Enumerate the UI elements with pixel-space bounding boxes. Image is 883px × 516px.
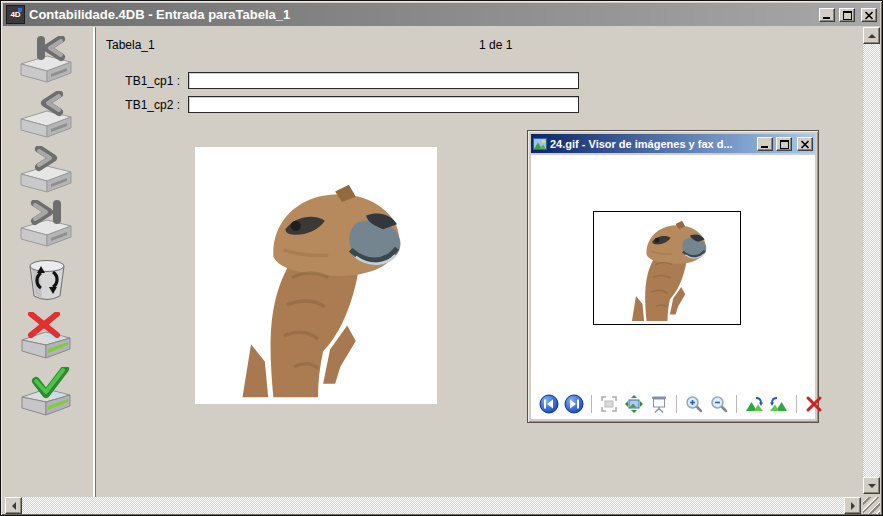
- tb1-cp2-input[interactable]: [188, 96, 579, 113]
- previous-image-icon: [539, 394, 559, 414]
- viewer-maximize-button[interactable]: [776, 137, 792, 151]
- camel-picture: [215, 174, 421, 398]
- minimize-button[interactable]: [819, 8, 835, 22]
- window-title: Contabilidade.4DB - Entrada paraTabela_1: [29, 7, 815, 22]
- previous-record-icon: [17, 91, 75, 139]
- close-button[interactable]: [861, 8, 877, 22]
- previous-image-button[interactable]: [539, 394, 559, 414]
- viewer-title: 24.gif - Visor de imágenes y fax d...: [550, 138, 754, 150]
- application-window: 4D Contabilidade.4DB - Entrada paraTabel…: [0, 0, 883, 516]
- rotate-counterclockwise-icon: [769, 394, 789, 414]
- scroll-up-button[interactable]: [863, 27, 880, 44]
- arrow-up-icon: [868, 34, 876, 38]
- cancel-icon: [18, 312, 76, 360]
- titlebar[interactable]: 4D Contabilidade.4DB - Entrada paraTabel…: [3, 3, 880, 26]
- app-4d-icon[interactable]: 4D: [6, 5, 25, 24]
- viewer-close-button[interactable]: [797, 137, 813, 151]
- last-record-button[interactable]: [17, 200, 75, 252]
- actual-size-icon: [624, 394, 644, 414]
- actual-size-button[interactable]: [624, 394, 644, 414]
- viewer-close-icon: [800, 140, 810, 149]
- close-icon: [864, 11, 874, 20]
- maximize-button[interactable]: [839, 8, 855, 22]
- viewer-maximize-icon: [780, 140, 789, 149]
- accept-record-button[interactable]: [18, 367, 76, 421]
- previous-record-button[interactable]: [17, 91, 75, 143]
- delete-icon: [804, 394, 824, 414]
- viewer-minimize-button[interactable]: [757, 137, 773, 151]
- trash-icon: [24, 256, 70, 302]
- resize-grip[interactable]: [863, 497, 880, 514]
- image-viewer-window: 24.gif - Visor de imágenes y fax d...: [527, 130, 819, 423]
- first-record-button[interactable]: [17, 36, 75, 88]
- tb1-cp2-label: TB1_cp2 :: [95, 98, 180, 112]
- delete-image-button[interactable]: [804, 394, 824, 414]
- rotate-clockwise-icon: [744, 394, 764, 414]
- cancel-record-button[interactable]: [18, 312, 76, 364]
- zoom-out-button[interactable]: [709, 394, 729, 414]
- app-icon-accent: [18, 8, 22, 12]
- scroll-right-button[interactable]: [844, 497, 861, 514]
- next-record-button[interactable]: [17, 146, 75, 198]
- viewer-content: [531, 155, 815, 419]
- viewer-titlebar[interactable]: 24.gif - Visor de imágenes y fax d...: [531, 134, 815, 153]
- start-slideshow-button[interactable]: [649, 394, 669, 414]
- tb1-cp1-label: TB1_cp1 :: [95, 74, 180, 88]
- minimize-icon: [823, 17, 830, 19]
- picture-file-icon: [533, 138, 547, 150]
- arrow-down-icon: [868, 484, 876, 488]
- next-image-button[interactable]: [564, 394, 584, 414]
- table-name-label: Tabela_1: [106, 38, 155, 52]
- horizontal-scrollbar[interactable]: [5, 497, 861, 514]
- best-fit-icon: [599, 394, 619, 414]
- slideshow-icon: [649, 394, 669, 414]
- record-toolbar: [2, 27, 93, 497]
- toolbar-separator: [796, 395, 797, 413]
- next-record-icon: [17, 146, 75, 194]
- rotate-counterclockwise-button[interactable]: [769, 394, 789, 414]
- first-record-icon: [17, 36, 75, 84]
- arrow-right-icon: [851, 502, 855, 510]
- maximize-icon: [843, 11, 852, 20]
- viewer-minimize-icon: [761, 146, 768, 148]
- vertical-scrollbar[interactable]: [863, 27, 880, 494]
- zoom-in-button[interactable]: [684, 394, 704, 414]
- next-image-icon: [564, 394, 584, 414]
- toolbar-separator: [591, 395, 592, 413]
- toolbar-separator: [736, 395, 737, 413]
- viewer-camel-image: [619, 216, 716, 321]
- zoom-in-icon: [684, 394, 704, 414]
- scroll-left-button[interactable]: [5, 497, 22, 514]
- last-record-icon: [17, 200, 75, 248]
- toolbar-separator: [676, 395, 677, 413]
- accept-icon: [18, 367, 76, 417]
- scroll-down-button[interactable]: [863, 477, 880, 494]
- best-fit-button[interactable]: [599, 394, 619, 414]
- tb1-cp1-input[interactable]: [188, 72, 579, 89]
- record-picture-field[interactable]: [195, 147, 437, 404]
- rotate-clockwise-button[interactable]: [744, 394, 764, 414]
- viewer-toolbar: [539, 394, 824, 414]
- arrow-left-icon: [12, 502, 16, 510]
- zoom-out-icon: [709, 394, 729, 414]
- delete-record-button[interactable]: [24, 256, 70, 306]
- viewer-image-frame: [593, 211, 741, 325]
- record-counter: 1 de 1: [479, 38, 512, 52]
